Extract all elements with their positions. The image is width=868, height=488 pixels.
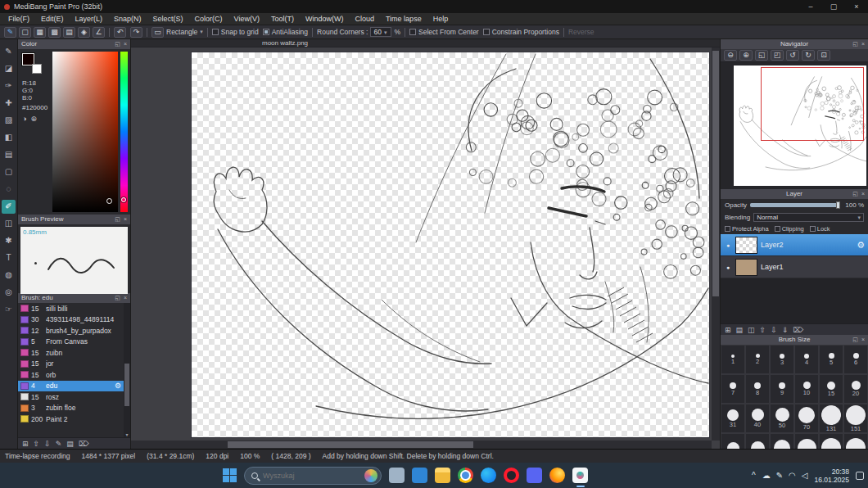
float-panel-icon[interactable]: ◱ xyxy=(852,189,858,199)
menu-cloud[interactable]: Cloud xyxy=(349,13,380,25)
menu-colorc[interactable]: Color(C) xyxy=(189,13,228,25)
brush-size-cell[interactable]: 7 xyxy=(721,374,745,404)
onedrive-icon[interactable]: ☁ xyxy=(762,472,771,480)
undo-icon[interactable]: ↶ xyxy=(114,27,126,38)
close-panel-icon[interactable]: × xyxy=(124,293,127,303)
menu-help[interactable]: Help xyxy=(427,13,454,25)
task-view-icon[interactable] xyxy=(389,468,405,483)
menu-snapn[interactable]: Snap(N) xyxy=(108,13,147,25)
volume-icon[interactable]: ◁ xyxy=(802,472,808,480)
brush-settings-icon[interactable]: ⚙ xyxy=(115,382,121,390)
zoom-actual-icon[interactable]: ◰ xyxy=(771,50,784,61)
canvas-document[interactable] xyxy=(192,52,709,437)
taskbar-search[interactable] xyxy=(244,467,382,485)
rotate-right-icon[interactable]: ↻ xyxy=(802,50,815,61)
canvas-viewport[interactable] xyxy=(131,47,720,449)
brush-list-item[interactable]: 15orb xyxy=(18,369,124,381)
add-brush-icon[interactable]: ⊞ xyxy=(22,440,29,448)
edge-icon[interactable] xyxy=(481,468,496,483)
new-folder-icon[interactable]: ▤ xyxy=(736,326,744,334)
scrollbar-thumb[interactable] xyxy=(228,441,473,448)
brush-list-item[interactable]: 30439311498_44891114 xyxy=(18,314,124,326)
constrain-proportions-checkbox[interactable]: Constrain Proportions xyxy=(483,28,559,36)
layer-visibility-icon[interactable]: ● xyxy=(724,264,732,270)
scrollbar-thumb[interactable] xyxy=(712,51,719,296)
snap-settings-icon[interactable]: ◈ xyxy=(78,27,90,38)
close-panel-icon[interactable]: × xyxy=(124,39,127,49)
reset-view-icon[interactable]: ⊡ xyxy=(817,50,830,61)
brush-size-cell[interactable]: 5 xyxy=(819,345,843,374)
canvas-tab[interactable]: moon waltz.png xyxy=(254,39,316,47)
secondary-color-swatch[interactable] xyxy=(32,64,42,74)
brush-list-item[interactable]: 3zubin floe xyxy=(18,403,124,414)
brush-size-cell[interactable] xyxy=(721,433,745,449)
saturation-value-picker[interactable] xyxy=(52,52,118,212)
scroll-down-icon[interactable]: ▾ xyxy=(124,432,130,437)
brush-size-cell[interactable]: 20 xyxy=(843,374,868,404)
brush-folder-icon[interactable]: ▤ xyxy=(66,440,74,448)
divide-tool[interactable]: ◍ xyxy=(2,269,16,282)
layer-visibility-icon[interactable]: ● xyxy=(724,242,732,248)
menu-edite[interactable]: Edit(E) xyxy=(35,13,70,25)
snap-to-grid-checkbox[interactable]: Snap to grid xyxy=(212,28,259,36)
discord-icon[interactable] xyxy=(527,468,542,483)
navigator-thumbnail[interactable] xyxy=(721,62,868,189)
minimize-button[interactable]: – xyxy=(799,0,822,13)
slider-handle[interactable] xyxy=(836,201,840,209)
close-panel-icon[interactable]: × xyxy=(861,335,865,345)
brush-size-cell[interactable]: 6 xyxy=(843,345,868,374)
brush-size-cell[interactable]: 4 xyxy=(794,345,819,374)
teams-icon[interactable] xyxy=(412,468,427,483)
search-input[interactable] xyxy=(263,472,359,480)
new-layer-icon[interactable]: ⊞ xyxy=(725,326,731,334)
taskbar-clock[interactable]: 20:38 16.01.2025 xyxy=(814,468,849,484)
ruler-icon[interactable]: ∠ xyxy=(93,27,105,38)
brush-size-cell[interactable]: 3 xyxy=(770,345,794,374)
menu-timelapse[interactable]: Time lapse xyxy=(380,13,427,25)
rotate-left-icon[interactable]: ↺ xyxy=(786,50,799,61)
shape-select[interactable]: ▭ Rectangle ▾ xyxy=(151,27,203,38)
eraser-tool[interactable]: ◪ xyxy=(2,62,16,76)
new-canvas-icon[interactable]: ▢ xyxy=(19,27,31,38)
add-color-icon[interactable]: ⊕ xyxy=(30,115,37,123)
float-panel-icon[interactable]: ◱ xyxy=(115,215,120,224)
brush-list-item[interactable]: 15silli billi xyxy=(18,303,124,314)
fill-tool[interactable]: ▨ xyxy=(2,114,16,128)
brush-size-cell[interactable]: 15 xyxy=(819,374,843,404)
horizontal-scrollbar[interactable] xyxy=(131,441,712,449)
select-pen-tool[interactable]: ✐ xyxy=(2,200,16,214)
brush-size-cell[interactable]: 31 xyxy=(721,404,745,433)
hidden-icons-chevron[interactable]: ^ xyxy=(752,472,756,480)
antialiasing-checkbox[interactable]: AntiAliasing xyxy=(263,28,308,36)
vertical-scrollbar[interactable] xyxy=(712,47,720,441)
brush-size-cell[interactable] xyxy=(843,433,868,449)
brush-list-item[interactable]: 15rosz xyxy=(18,391,124,403)
brush-size-cell[interactable]: 10 xyxy=(794,374,819,404)
float-panel-icon[interactable]: ◱ xyxy=(852,335,858,345)
close-panel-icon[interactable]: × xyxy=(861,39,865,49)
brush-list-item[interactable]: 15jor xyxy=(18,359,124,370)
bucket-tool[interactable]: ◧ xyxy=(2,131,16,145)
medibang-icon[interactable] xyxy=(572,468,588,483)
brush-size-cell[interactable]: 131 xyxy=(819,404,843,433)
brush-size-cell[interactable] xyxy=(819,433,843,449)
brush-size-cell[interactable]: 1 xyxy=(721,345,745,374)
menu-windoww[interactable]: Window(W) xyxy=(300,13,350,25)
wifi-icon[interactable]: ◠ xyxy=(789,472,796,480)
move-layer-down-icon[interactable]: ⇩ xyxy=(771,326,777,334)
move-tool[interactable]: ✚ xyxy=(2,97,16,111)
menu-toolt[interactable]: Tool(T) xyxy=(265,13,300,25)
grid-icon[interactable]: ▩ xyxy=(48,27,61,38)
lock-checkbox[interactable]: Lock xyxy=(810,225,830,233)
float-panel-icon[interactable]: ◱ xyxy=(115,293,120,303)
brush-tool[interactable]: ✎ xyxy=(2,45,16,59)
text-tool[interactable]: T xyxy=(2,251,16,265)
eyedropper-tool[interactable]: ◎ xyxy=(2,286,16,300)
close-button[interactable]: × xyxy=(845,0,868,13)
brush-list-item[interactable]: 200Paint 2 xyxy=(18,413,124,425)
pen-icon[interactable]: ✎ xyxy=(776,472,783,480)
merge-layer-icon[interactable]: ⇓ xyxy=(782,326,789,334)
notification-center-icon[interactable] xyxy=(856,472,864,480)
brush-size-cell[interactable]: 9 xyxy=(770,374,794,404)
brush-list-item[interactable]: 12brush4_by_purpadox xyxy=(18,325,124,337)
